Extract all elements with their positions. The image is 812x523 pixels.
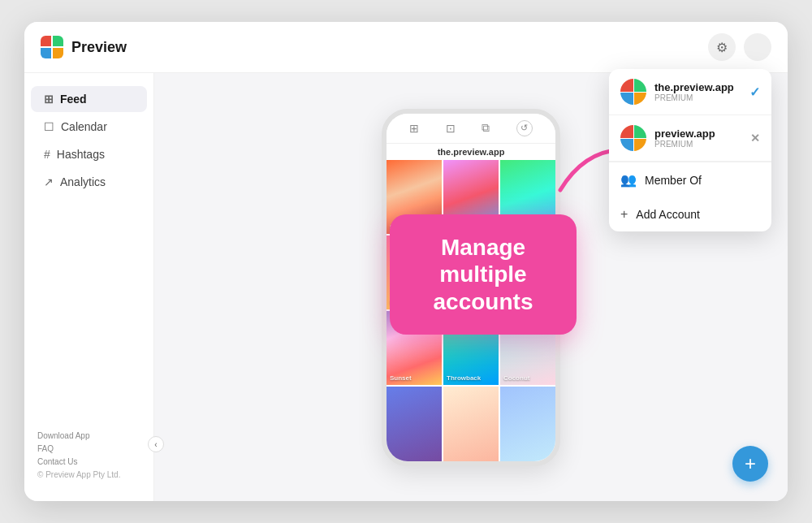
add-account-item[interactable]: + Add Account [609,197,771,231]
members-icon: 👥 [620,172,637,188]
sidebar-item-calendar[interactable]: ☐ Calendar [31,114,147,140]
cell-label-8: Coconut [503,374,529,382]
sidebar-item-feed[interactable]: ⊞ Feed [31,86,147,112]
cell-label-6: Sunset [390,374,412,382]
feed-icon: ⊞ [44,93,54,106]
account-avatar-2 [620,125,646,151]
account-info-1: the.preview.app PREMIUM [654,81,741,102]
fab-add-button[interactable]: + [732,446,768,482]
phone-username: the.preview.app [387,144,555,160]
phone-toolbar: ⊞ ⊡ ⧉ ↺ [387,114,555,144]
sidebar-label-analytics: Analytics [60,175,106,188]
account-name-2: preview.app [654,128,742,140]
refresh-icon[interactable]: ↺ [516,120,533,136]
hashtag-icon: # [44,148,50,161]
cell-label-7: Throwback [447,374,481,382]
member-of-item[interactable]: 👥 Member Of [609,162,771,197]
contact-link[interactable]: Contact Us [37,456,140,469]
copy-icon[interactable]: ⧉ [482,121,490,135]
copyright-text: © Preview App Pty Ltd. [37,469,140,482]
sidebar-label-calendar: Calendar [61,120,107,133]
app-title: Preview [71,39,127,56]
callout-text: Manage multiple accounts [406,234,560,316]
header-left: Preview [41,36,127,58]
account-remove-icon[interactable]: ✕ [750,132,760,145]
sidebar-label-feed: Feed [60,93,87,106]
sidebar-item-analytics[interactable]: ↗ Analytics [31,169,147,195]
add-account-label: Add Account [636,208,700,221]
calendar-icon: ☐ [44,120,54,133]
account-info-2: preview.app PREMIUM [654,128,742,149]
header: Preview ⚙ the.preview.app PREMIUM [24,22,788,73]
faq-link[interactable]: FAQ [37,443,140,456]
account-item-2[interactable]: preview.app PREMIUM ✕ [609,115,771,162]
account-dropdown: the.preview.app PREMIUM ✓ preview.app PR… [609,69,771,231]
account-badge-2: PREMIUM [654,140,742,149]
calendar-toolbar-icon[interactable]: ⊡ [446,122,456,135]
account-name-1: the.preview.app [654,81,741,93]
analytics-icon: ↗ [44,175,54,188]
sidebar-footer: Download App FAQ Contact Us © Preview Ap… [24,430,153,488]
grid-cell-9 [387,387,442,460]
grid-cell-11 [500,387,555,460]
sidebar: ⊞ Feed ☐ Calendar # Hashtags ↗ Analytics… [24,73,154,501]
sidebar-label-hashtags: Hashtags [57,148,105,161]
add-icon: + [620,207,628,222]
callout-box: Manage multiple accounts [390,214,577,335]
member-of-label: Member Of [645,174,702,187]
grid-cell-10 [443,387,499,460]
account-badge-1: PREMIUM [654,93,741,102]
sidebar-nav: ⊞ Feed ☐ Calendar # Hashtags ↗ Analytics [24,86,153,195]
profile-button[interactable] [744,33,771,61]
account-check-icon: ✓ [749,84,760,100]
sidebar-collapse-button[interactable]: ‹ [148,436,164,452]
phone-container: ⊞ ⊡ ⧉ ↺ the.preview.app Sunset Bali [382,109,560,466]
app-window: Preview ⚙ the.preview.app PREMIUM [24,22,788,501]
header-right: ⚙ the.preview.app PREMIUM ✓ [708,33,771,61]
settings-button[interactable]: ⚙ [708,33,736,61]
sidebar-item-hashtags[interactable]: # Hashtags [31,141,147,167]
download-app-link[interactable]: Download App [37,430,140,443]
app-logo [41,36,63,58]
account-avatar-1 [620,79,646,105]
grid-icon[interactable]: ⊞ [409,122,419,135]
account-item-1[interactable]: the.preview.app PREMIUM ✓ [609,69,771,115]
